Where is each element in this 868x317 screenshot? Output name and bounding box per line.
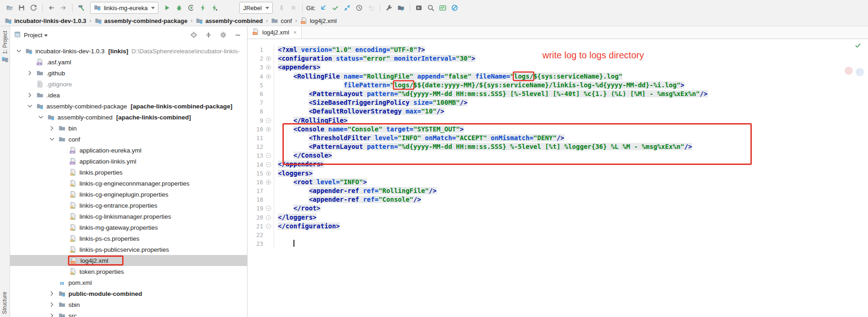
fold-marker-icon[interactable]: − xyxy=(266,206,271,211)
tree-item-boxed[interactable]: <>log4j2.xml xyxy=(68,255,124,266)
sync-button[interactable] xyxy=(28,2,39,14)
tree-row[interactable]: assembly-combined-package[apache-linkis-… xyxy=(10,101,247,112)
tree-row[interactable]: linkis-cg-linkismanager.properties xyxy=(10,211,247,222)
tree-item[interactable]: YMLapplication-eureka.yml xyxy=(68,146,143,154)
chevron-down-icon[interactable] xyxy=(14,47,24,55)
git-update-button[interactable] xyxy=(317,2,329,14)
tree-item[interactable]: linkis-ps-cs.properties xyxy=(68,234,141,243)
code-line-text[interactable]: <Console name="Console" target="SYSTEM_O… xyxy=(274,125,464,134)
code-line-text[interactable]: </RollingFile> xyxy=(274,116,348,125)
chevron-down-icon[interactable] xyxy=(47,136,57,143)
run-button[interactable] xyxy=(161,2,173,14)
fold-marker-icon[interactable]: − xyxy=(266,215,271,220)
tree-row[interactable]: bin xyxy=(10,123,247,134)
chevron-right-icon[interactable] xyxy=(47,312,57,317)
tree-row[interactable]: YMLapplication-linkis.yml xyxy=(10,156,247,167)
tree-item[interactable]: assembly-combined[apache-linkis-combined… xyxy=(46,113,192,121)
tree-item[interactable]: conf xyxy=(57,135,82,143)
run-anything-button[interactable] xyxy=(413,2,425,14)
chevron-right-icon[interactable] xyxy=(25,91,35,99)
tree-row[interactable]: token.properties xyxy=(10,266,247,277)
tree-item[interactable]: sbin xyxy=(57,300,81,309)
code-line-text[interactable]: <configuration status="error" monitorInt… xyxy=(274,54,475,63)
code-line-text[interactable]: <appender-ref ref="RollingFile"/> xyxy=(274,187,437,195)
code-line-text[interactable]: <appender-ref ref="Console"/> xyxy=(274,195,421,204)
fold-marker-icon[interactable]: − xyxy=(266,153,271,158)
run-config-select[interactable]: linkis-mg-eureka xyxy=(90,2,158,14)
tree-item[interactable]: linkis-cg-entrance.properties xyxy=(68,201,159,209)
tree-item[interactable]: token.properties xyxy=(68,267,125,276)
code-line-text[interactable]: filePattern="logs/$${date:yyyy-MM}/${sys… xyxy=(274,81,684,90)
fold-marker-icon[interactable]: ∨ xyxy=(266,74,271,79)
tree-row[interactable]: .gitignore xyxy=(10,79,247,90)
tree-item[interactable]: linkis-cg-linkismanager.properties xyxy=(68,212,173,221)
fold-marker-icon[interactable]: ∨ xyxy=(266,56,271,61)
open-file-button[interactable] xyxy=(4,2,16,14)
tree-item[interactable]: public-module-combined xyxy=(57,289,144,298)
search-everywhere-button[interactable] xyxy=(425,2,437,14)
tree-item[interactable]: linkis.properties xyxy=(68,168,124,176)
chevron-right-icon[interactable] xyxy=(47,290,57,297)
chevron-right-icon[interactable] xyxy=(25,69,35,77)
jrebel-select[interactable]: JRebel xyxy=(239,2,272,14)
code-line-text[interactable]: <RollingFile name="RollingFile" append="… xyxy=(274,72,622,81)
tree-item[interactable]: .github xyxy=(35,69,67,77)
expand-collapse-button[interactable] xyxy=(204,30,213,40)
block-button[interactable] xyxy=(449,2,461,14)
code-line-text[interactable]: </loggers> xyxy=(274,213,316,222)
chevron-down-icon[interactable] xyxy=(36,113,46,121)
code-line-text[interactable]: <ThresholdFilter level="INFO" onMatch="A… xyxy=(274,134,564,142)
project-panel-title[interactable]: Project xyxy=(24,32,42,39)
breadcrumb-item[interactable]: conf xyxy=(271,17,292,24)
tree-item[interactable]: mpom.xml xyxy=(57,278,93,287)
chevron-right-icon[interactable] xyxy=(47,125,57,132)
breadcrumb-item[interactable]: incubator-linkis-dev-1.0.3 xyxy=(5,17,86,24)
tree-item[interactable]: YMLapplication-linkis.yml xyxy=(68,157,138,165)
chevron-right-icon[interactable] xyxy=(47,301,57,308)
tree-item[interactable]: incubator-linkis-dev-1.0.3[linkis] xyxy=(24,47,130,55)
fold-marker-icon[interactable]: − xyxy=(266,224,271,229)
tree-item[interactable]: assembly-combined-package[apache-linkis-… xyxy=(35,102,234,110)
tree-row[interactable]: YMLapplication-eureka.yml xyxy=(10,145,247,156)
fold-marker-icon[interactable]: − xyxy=(266,162,271,167)
monitor-widget-button[interactable] xyxy=(437,2,449,14)
fold-marker-icon[interactable]: ∨ xyxy=(266,127,271,132)
project-structure-button[interactable] xyxy=(395,2,407,14)
tree-row[interactable]: linkis-cg-engineconnmanager.properties xyxy=(10,178,247,189)
coverage-button[interactable] xyxy=(185,2,197,14)
profiler-attach-button[interactable] xyxy=(209,2,221,14)
code-line-text[interactable] xyxy=(274,239,294,248)
tree-row[interactable]: mpom.xml xyxy=(10,277,247,288)
code-line-text[interactable]: <?xml version="1.0" encoding="UTF-8"?> xyxy=(274,45,425,54)
code-line-text[interactable]: </appenders> xyxy=(274,160,324,169)
tree-row[interactable]: .idea xyxy=(10,90,247,101)
history-button[interactable] xyxy=(353,2,365,14)
tree-row[interactable]: .github xyxy=(10,68,247,79)
tree-item[interactable]: .gitignore xyxy=(35,80,73,88)
tree-row[interactable]: linkis-ps-cs.properties xyxy=(10,233,247,244)
tree-item[interactable]: linkis-cg-engineplugin.properties xyxy=(68,190,170,198)
fold-marker-icon[interactable]: − xyxy=(266,118,271,123)
tab-log4j2[interactable]: <> log4j2.xml × xyxy=(248,26,302,39)
breadcrumb-item[interactable]: assembly-combined xyxy=(196,17,263,24)
stop-button[interactable] xyxy=(287,2,299,14)
close-tab-icon[interactable]: × xyxy=(293,29,297,36)
tree-row[interactable]: <>log4j2.xml xyxy=(10,255,247,266)
settings-wrench-button[interactable] xyxy=(383,2,395,14)
tree-row[interactable]: sbin xyxy=(10,299,247,310)
tree-item[interactable]: linkis-ps-publicservice.properties xyxy=(68,245,170,254)
tree-item[interactable]: bin xyxy=(57,124,78,132)
back-button[interactable] xyxy=(45,2,57,14)
toolwindow-tab-structure[interactable]: Structure xyxy=(1,292,8,314)
rollback-button[interactable] xyxy=(365,2,377,14)
code-line-text[interactable]: <root level="INFO"> xyxy=(274,178,367,187)
tree-item[interactable]: linkis-mg-gateway.properties xyxy=(68,223,159,232)
tree-item[interactable]: linkis-cg-engineconnmanager.properties xyxy=(68,179,191,187)
breadcrumb-item[interactable]: <>log4j2.xml xyxy=(300,17,337,24)
hide-panel-button[interactable] xyxy=(233,30,242,40)
panel-settings-button[interactable] xyxy=(219,30,228,40)
tree-row[interactable]: linkis-cg-entrance.properties xyxy=(10,200,247,211)
tree-row[interactable]: linkis-mg-gateway.properties xyxy=(10,222,247,233)
tree-row[interactable]: linkis-ps-publicservice.properties xyxy=(10,244,247,255)
fold-marker-icon[interactable]: ∨ xyxy=(266,180,271,185)
